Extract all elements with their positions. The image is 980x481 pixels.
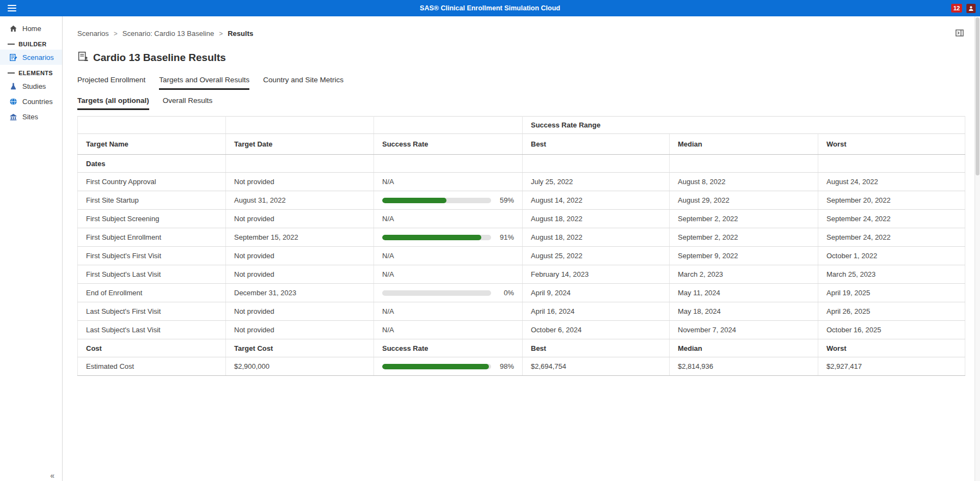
group-empty-cell [374,117,523,134]
tab-projected-enrollment[interactable]: Projected Enrollment [77,76,145,90]
results-icon [77,51,89,64]
bar-fill [382,198,446,203]
section-header-cell: Worst [818,339,965,357]
cell-target-value: $2,900,000 [226,357,374,376]
sidebar-section-label: BUILDER [19,41,47,47]
cell-worst: $2,927,417 [818,357,965,376]
notification-badge[interactable]: 12 [951,4,962,13]
group-header-success-rate-range: Success Rate Range [523,117,965,134]
sidebar-section-elements: ELEMENTS [0,65,62,78]
sidebar-item-label: Countries [22,98,53,106]
cell-worst: October 1, 2022 [818,247,965,265]
cell-target-value: Not provided [226,265,374,284]
success-rate-bar: 98% [382,362,514,370]
sidebar-section-label: ELEMENTS [19,70,53,76]
breadcrumb-results: Results [228,29,253,38]
cell-target-name: Last Subject's First Visit [78,302,226,321]
sidebar-item-countries[interactable]: Countries [0,94,62,109]
vertical-scrollbar[interactable] [975,16,980,481]
cell-target-value: Not provided [226,173,374,191]
subtab-overall-results[interactable]: Overall Results [163,96,213,110]
cell-median: August 29, 2022 [670,191,818,210]
main-tabs: Projected Enrollment Targets and Overall… [77,76,966,90]
section-header-cell [818,155,965,173]
cell-median: $2,814,936 [670,357,818,376]
section-header-cell [523,155,670,173]
menu-icon[interactable] [7,4,17,13]
subtab-targets-all-optional[interactable]: Targets (all optional) [77,96,149,110]
cell-success-rate: 0% [374,284,523,302]
sidebar-collapse-icon[interactable]: « [50,471,54,480]
group-empty-cell [226,117,374,134]
section-header-cell [670,155,818,173]
success-rate-bar: 59% [382,196,514,204]
sidebar-item-label: Home [22,25,41,33]
tab-targets-and-overall-results[interactable]: Targets and Overall Results [159,76,249,90]
table-row[interactable]: First Subject's First VisitNot providedN… [78,247,965,265]
bar-track [382,235,491,240]
cell-median: September 2, 2022 [670,210,818,228]
bar-track [382,364,491,369]
table-row[interactable]: First Subject's Last VisitNot providedN/… [78,265,965,284]
cell-target-value: September 15, 2022 [226,228,374,247]
sub-tabs: Targets (all optional) Overall Results [77,96,966,110]
section-header-cell [374,155,523,173]
sidebar-item-scenarios[interactable]: Scenarios [0,50,62,65]
bar-fill [382,364,489,369]
user-avatar-icon[interactable] [966,4,976,13]
cell-worst: March 25, 2023 [818,265,965,284]
sidebar-item-label: Sites [22,113,38,121]
section-dash [8,72,15,74]
breadcrumb: Scenarios > Scenario: Cardio 13 Baseline… [77,29,966,38]
table-row[interactable]: First Country ApprovalNot providedN/AJul… [78,173,965,191]
breadcrumb-scenarios[interactable]: Scenarios [77,29,109,38]
cell-success-rate: N/A [374,321,523,339]
tab-country-and-site-metrics[interactable]: Country and Site Metrics [263,76,344,90]
table-row[interactable]: Last Subject's First VisitNot providedN/… [78,302,965,321]
table-row[interactable]: First Subject EnrollmentSeptember 15, 20… [78,228,965,247]
sidebar-item-home[interactable]: Home [0,21,62,36]
page-title: Cardio 13 Baseline Results [93,52,226,64]
cell-target-name: End of Enrollment [78,284,226,302]
sidebar-item-studies[interactable]: Studies [0,78,62,94]
cell-best: February 14, 2023 [523,265,670,284]
cell-success-rate: N/A [374,173,523,191]
cell-best: April 9, 2024 [523,284,670,302]
table-row[interactable]: End of EnrollmentDecember 31, 20230%Apri… [78,284,965,302]
sidebar-item-sites[interactable]: Sites [0,109,62,124]
section-header-cell: Target Cost [226,339,374,357]
bar-track [382,290,491,296]
table-row[interactable]: Last Subject's Last VisitNot providedN/A… [78,321,965,339]
success-rate-bar: 91% [382,233,514,241]
table-row[interactable]: First Subject ScreeningNot providedN/AAu… [78,210,965,228]
scrollbar-thumb[interactable] [976,17,979,175]
column-header-median: Median [670,134,818,155]
cell-worst: October 16, 2025 [818,321,965,339]
cell-best: August 14, 2022 [523,191,670,210]
bar-percent-label: 91% [500,233,514,241]
column-header-success-rate: Success Rate [374,134,523,155]
column-header-row: Target NameTarget DateSuccess RateBestMe… [78,134,965,155]
bar-fill [382,235,481,240]
cell-success-rate: 91% [374,228,523,247]
page-title-row: Cardio 13 Baseline Results [77,51,966,64]
section-header-cell: Median [670,339,818,357]
breadcrumb-scenario-cardio-13-baseline[interactable]: Scenario: Cardio 13 Baseline [122,29,214,38]
cell-best: October 6, 2024 [523,321,670,339]
table-row[interactable]: Estimated Cost$2,900,00098%$2,694,754$2,… [78,357,965,376]
open-panel-icon[interactable] [955,28,965,38]
building-icon [9,112,17,121]
cell-best: August 18, 2022 [523,210,670,228]
cell-success-rate: 59% [374,191,523,210]
sidebar-section-builder: BUILDER [0,36,62,50]
cell-worst: September 24, 2022 [818,228,965,247]
column-header-target-date: Target Date [226,134,374,155]
main-content: Scenarios > Scenario: Cardio 13 Baseline… [63,16,975,481]
table-row[interactable]: First Site StartupAugust 31, 202259%Augu… [78,191,965,210]
cell-worst: April 19, 2025 [818,284,965,302]
cell-best: July 25, 2022 [523,173,670,191]
cell-median: September 2, 2022 [670,228,818,247]
globe-icon [9,97,17,106]
section-header-cell [226,155,374,173]
person-icon [968,5,974,11]
